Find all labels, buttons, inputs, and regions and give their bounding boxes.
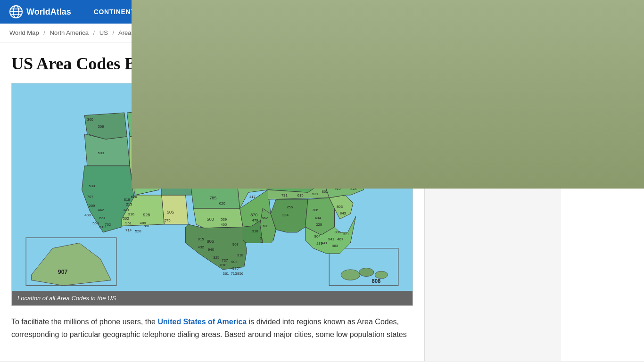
svg-text:707: 707 [87,195,93,199]
svg-text:559: 559 [92,221,99,225]
svg-text:442: 442 [98,208,104,212]
svg-text:310: 310 [128,212,135,216]
svg-rect-227 [455,182,457,188]
svg-text:601: 601 [263,224,269,228]
svg-text:325: 325 [213,255,220,260]
svg-text:505: 505 [167,210,174,214]
svg-text:209: 209 [89,204,95,208]
svg-text:360: 360 [87,117,94,122]
svg-text:903: 903 [232,242,239,247]
svg-text:620: 620 [219,201,226,206]
svg-text:818: 818 [124,197,131,202]
svg-text:580: 580 [207,217,214,222]
svg-marker-122 [271,199,308,232]
svg-text:417: 417 [249,195,256,199]
svg-text:386: 386 [334,230,341,234]
svg-point-11 [359,268,374,276]
svg-text:808: 808 [372,278,380,284]
svg-text:509: 509 [98,124,104,129]
globe-icon [9,5,23,18]
svg-text:404: 404 [315,216,322,220]
svg-text:361: 361 [223,272,229,276]
svg-line-231 [451,181,455,183]
sidebar-image-wars [432,158,475,189]
article-text: To faciltiate the millions of phone user… [11,315,413,341]
svg-line-223 [468,166,471,171]
svg-text:520: 520 [135,229,141,233]
svg-text:714: 714 [125,228,132,232]
svg-text:737: 737 [222,258,228,263]
svg-rect-229 [461,183,463,188]
svg-text:323: 323 [123,208,129,212]
logo-text: WorldAtlas [26,7,71,17]
svg-rect-9 [329,248,398,286]
sidebar-card-wars[interactable]: Wars The United States Didn't Win [432,158,553,189]
sidebar: Featured On WorldAtlas More On United St… [424,42,561,361]
svg-text:907: 907 [58,269,68,275]
svg-line-219 [436,167,439,172]
svg-text:928: 928 [143,213,150,217]
svg-text:870: 870 [250,213,257,217]
svg-text:229: 229 [316,222,322,227]
svg-text:575: 575 [164,218,171,222]
svg-text:408: 408 [84,213,91,217]
svg-line-220 [439,168,443,173]
svg-point-226 [454,179,458,182]
svg-text:903: 903 [231,260,238,264]
svg-text:803: 803 [337,205,343,209]
svg-text:562: 562 [123,216,129,221]
svg-text:731: 731 [281,193,288,197]
svg-text:432: 432 [198,245,204,249]
svg-text:334: 334 [282,213,289,217]
svg-text:321: 321 [343,232,349,236]
svg-point-228 [460,180,464,183]
svg-text:239: 239 [316,241,322,246]
svg-rect-217 [432,158,475,174]
site-logo[interactable]: WorldAtlas [9,5,71,18]
map-caption: Location of all Area Codes in the US [12,291,413,305]
svg-text:661: 661 [99,216,106,220]
svg-text:318: 318 [237,253,244,257]
svg-text:626: 626 [131,195,137,199]
svg-text:951: 951 [125,221,132,225]
svg-text:503: 503 [98,151,104,155]
svg-text:706: 706 [312,208,319,212]
svg-text:915: 915 [198,237,205,241]
svg-text:539: 539 [221,217,227,222]
svg-text:615: 615 [297,193,304,197]
svg-text:843: 843 [340,211,347,215]
breadcrumb-world-map[interactable]: World Map [9,29,39,36]
svg-text:940: 940 [208,247,215,252]
svg-text:936: 936 [232,266,239,271]
article-text-before: To faciltiate the millions of phone user… [11,318,157,326]
svg-text:479: 479 [252,218,258,222]
svg-text:956: 956 [237,272,244,276]
svg-text:702: 702 [105,222,111,227]
svg-text:662: 662 [262,216,268,220]
svg-point-12 [375,271,388,279]
svg-text:405: 405 [221,222,227,227]
svg-text:213: 213 [126,202,132,206]
svg-point-10 [341,270,360,280]
svg-text:904: 904 [314,234,321,239]
svg-rect-225 [448,183,450,188]
breadcrumb-us[interactable]: US [99,29,108,36]
svg-marker-61 [194,208,243,228]
svg-text:785: 785 [209,196,216,200]
page-layout: US Area Codes By State 907 808 [0,42,644,361]
svg-text:256: 256 [287,205,293,209]
svg-text:318: 318 [252,229,259,233]
breadcrumb-north-america[interactable]: North America [50,29,89,36]
svg-text:407: 407 [337,237,343,241]
svg-text:760: 760 [143,224,149,228]
svg-text:530: 530 [89,184,95,188]
svg-rect-216 [432,158,475,189]
usa-link[interactable]: United States of America [157,318,247,326]
svg-text:931: 931 [312,192,318,196]
svg-point-224 [447,180,451,183]
svg-text:713: 713 [231,272,237,276]
svg-line-230 [444,182,448,184]
svg-text:830: 830 [220,263,227,267]
svg-text:941: 941 [328,237,334,241]
svg-line-232 [457,182,461,184]
